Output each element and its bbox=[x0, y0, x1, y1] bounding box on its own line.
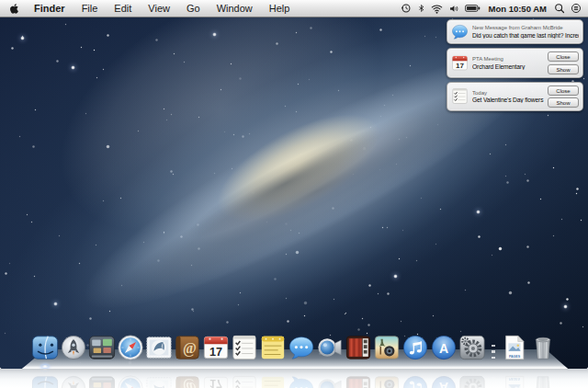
close-button[interactable]: Close bbox=[548, 86, 579, 96]
apple-menu[interactable] bbox=[6, 3, 26, 15]
menu-go[interactable]: Go bbox=[178, 0, 209, 17]
volume-icon[interactable] bbox=[448, 4, 459, 14]
dock-icon-facetime[interactable] bbox=[316, 334, 344, 361]
notification-buttons: Close Show bbox=[548, 86, 579, 108]
svg-text:A: A bbox=[439, 380, 448, 388]
battery-icon[interactable] bbox=[465, 4, 481, 13]
svg-text:17: 17 bbox=[209, 346, 222, 359]
svg-text:PAGES: PAGES bbox=[509, 355, 521, 359]
bluetooth-icon[interactable] bbox=[417, 3, 425, 14]
svg-text:@: @ bbox=[183, 340, 197, 357]
notification-center-icon[interactable] bbox=[571, 3, 582, 14]
notification-message: Get Valentine's Day flowers bbox=[472, 97, 544, 103]
dock-icon-itunes[interactable] bbox=[401, 334, 429, 361]
dock: @17APAGES bbox=[31, 334, 557, 361]
dock-icon-messages[interactable] bbox=[288, 334, 315, 361]
notification-title: PTA Meeting bbox=[472, 56, 544, 62]
menu-bar-status: Mon 10:50 AM bbox=[401, 3, 582, 14]
notification-text: Today Get Valentine's Day flowers bbox=[472, 90, 544, 104]
dock-separator bbox=[492, 345, 495, 360]
reminders-icon bbox=[451, 87, 469, 105]
notification-title: New Message from Graham McBride bbox=[472, 25, 579, 30]
calendar-icon: 17 bbox=[451, 54, 469, 72]
notification-message: Orchard Elementary bbox=[472, 63, 544, 70]
show-button[interactable]: Show bbox=[548, 64, 579, 74]
notification-title: Today bbox=[472, 90, 544, 96]
dock-icon-pages-document[interactable]: PAGES bbox=[501, 334, 528, 361]
messages-icon bbox=[451, 23, 469, 40]
display-screen: Finder File Edit View Go Window Help bbox=[0, 0, 588, 369]
menu-edit[interactable]: Edit bbox=[106, 0, 140, 17]
dock-icon-photo-booth[interactable] bbox=[345, 334, 372, 361]
notification-text: New Message from Graham McBride Did you … bbox=[472, 25, 579, 39]
spotlight-icon[interactable] bbox=[554, 3, 565, 14]
dock-icon-calendar[interactable]: 17 bbox=[202, 334, 230, 361]
notification-stack: New Message from Graham McBride Did you … bbox=[447, 19, 583, 111]
menu-view[interactable]: View bbox=[140, 0, 178, 17]
time-machine-icon[interactable] bbox=[401, 3, 412, 14]
dock-icon-notes[interactable] bbox=[259, 334, 287, 361]
dock-icon-mission-control[interactable] bbox=[88, 334, 116, 361]
wifi-icon[interactable] bbox=[431, 4, 443, 14]
dock-icon-safari[interactable] bbox=[117, 334, 144, 361]
notification-text: PTA Meeting Orchard Elementary bbox=[472, 56, 544, 70]
dock-icon-iphoto[interactable] bbox=[373, 334, 401, 361]
dock: @17APAGES bbox=[31, 374, 557, 388]
dock-icon-finder[interactable] bbox=[31, 334, 59, 361]
menu-finder[interactable]: Finder bbox=[26, 0, 74, 17]
dock-icon-app-store[interactable]: A bbox=[430, 334, 458, 361]
svg-text:17: 17 bbox=[209, 377, 222, 388]
menu-help[interactable]: Help bbox=[261, 0, 299, 17]
dock-icon-trash[interactable] bbox=[529, 334, 557, 361]
dock-icon-reminders[interactable] bbox=[231, 334, 258, 361]
dock-icon-mail[interactable] bbox=[145, 334, 173, 361]
svg-text:17: 17 bbox=[456, 62, 464, 70]
svg-text:PAGES: PAGES bbox=[509, 377, 521, 381]
display-reflection-surface: @17APAGES bbox=[0, 369, 588, 388]
menu-window[interactable]: Window bbox=[209, 0, 261, 17]
dock-icon-system-preferences[interactable] bbox=[458, 334, 486, 361]
menu-bar-left: Finder File Edit View Go Window Help bbox=[6, 0, 298, 17]
menu-file[interactable]: File bbox=[74, 0, 107, 17]
notification-reminders[interactable]: Today Get Valentine's Day flowers Close … bbox=[447, 82, 583, 112]
svg-text:@: @ bbox=[183, 379, 197, 388]
show-button[interactable]: Show bbox=[548, 97, 579, 108]
menu-bar-clock[interactable]: Mon 10:50 AM bbox=[486, 4, 548, 14]
dock-icon-contacts[interactable]: @ bbox=[174, 334, 201, 361]
svg-text:A: A bbox=[439, 341, 448, 356]
notification-message: Did you catch that game last night? Incr… bbox=[472, 32, 579, 39]
menu-bar: Finder File Edit View Go Window Help bbox=[0, 0, 588, 17]
close-button[interactable]: Close bbox=[548, 51, 579, 62]
dock-icon-launchpad[interactable] bbox=[60, 334, 87, 361]
notification-messages[interactable]: New Message from Graham McBride Did you … bbox=[447, 19, 583, 44]
notification-buttons: Close Show bbox=[548, 51, 579, 74]
notification-calendar[interactable]: 17 PTA Meeting Orchard Elementary Close … bbox=[447, 48, 583, 78]
